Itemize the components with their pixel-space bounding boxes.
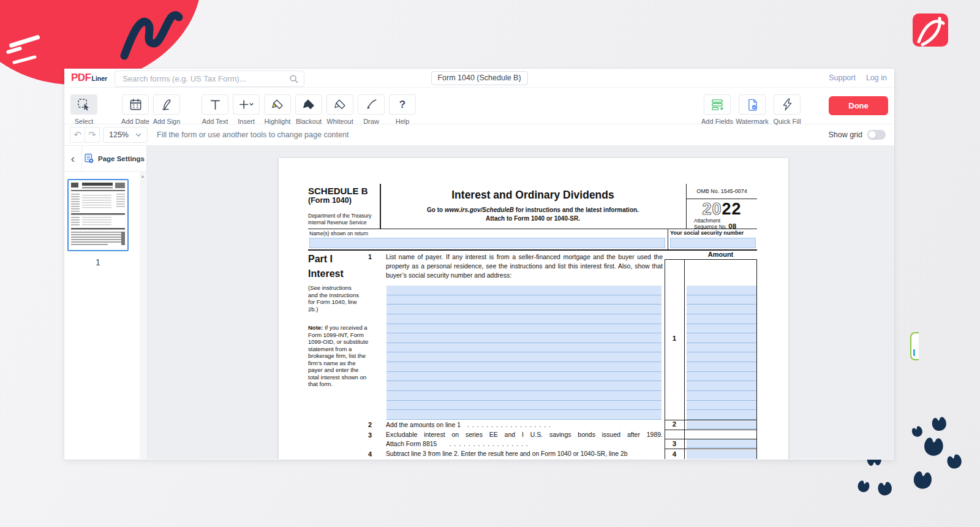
- main-toolbar: Select Add Date Add Sign: [64, 88, 894, 124]
- whiteout-button[interactable]: Whiteout: [326, 94, 354, 125]
- form-goto-line: Go to www.irs.gov/ScheduleB for instruct…: [380, 207, 685, 213]
- amount-input-row[interactable]: [687, 333, 756, 343]
- tool-label: Add Date: [121, 118, 149, 125]
- payer-input-row[interactable]: [386, 286, 662, 295]
- payer-input-row[interactable]: [386, 343, 662, 353]
- tool-label: Watermark: [736, 118, 768, 125]
- form-1099-note: Note: If you received a Form 1099-INT, F…: [308, 324, 371, 388]
- whiteout-marker-icon: [334, 98, 347, 111]
- omb-number: OMB No. 1545-0074: [687, 188, 757, 194]
- search-input[interactable]: [115, 70, 304, 87]
- redo-button[interactable]: ↷: [85, 127, 100, 143]
- watermark-doc-icon: [746, 98, 759, 111]
- payer-input-row[interactable]: [386, 391, 662, 401]
- payer-input-row[interactable]: [386, 362, 662, 372]
- line3-number: 3: [368, 431, 372, 439]
- page-number-label: 1: [67, 257, 129, 267]
- payer-input-row[interactable]: [386, 295, 662, 305]
- chevron-down-icon: [135, 133, 141, 137]
- tool-label: Add Fields: [701, 118, 733, 125]
- line2-number: 2: [368, 421, 372, 428]
- done-button[interactable]: Done: [829, 96, 888, 115]
- amount-input-row[interactable]: [687, 305, 756, 314]
- select-tool-button[interactable]: Select: [70, 94, 98, 125]
- highlight-button[interactable]: Highlight: [263, 94, 292, 125]
- document-canvas: SCHEDULE B (Form 1040) Department of the…: [147, 146, 894, 459]
- tool-label: Help: [396, 118, 410, 125]
- payer-input-row[interactable]: [386, 401, 662, 411]
- amount-input-row[interactable]: [687, 295, 756, 305]
- line4-box-number: 4: [665, 450, 684, 458]
- watermark-button[interactable]: Watermark: [738, 94, 766, 125]
- undo-button[interactable]: ↶: [70, 127, 85, 143]
- add-date-button[interactable]: Add Date: [121, 94, 149, 125]
- amount-input-row[interactable]: [687, 324, 756, 334]
- pdfliner-app-icon: [913, 13, 948, 47]
- sidebar-scrollbar[interactable]: ▲: [140, 172, 146, 459]
- amount-input-row[interactable]: [687, 362, 756, 372]
- support-link[interactable]: Support: [829, 74, 856, 82]
- page-settings-label: Page Settings: [98, 155, 145, 162]
- amount-input-row[interactable]: [687, 314, 756, 324]
- ssn-input-field[interactable]: [670, 238, 756, 248]
- add-fields-button[interactable]: Add Fields: [703, 94, 731, 125]
- amount-input-row[interactable]: [687, 381, 756, 391]
- insert-button[interactable]: Insert: [232, 94, 260, 125]
- line2-amount-field[interactable]: [687, 421, 756, 429]
- page-settings-tab[interactable]: Page Settings: [81, 146, 146, 171]
- amount-input-row[interactable]: [687, 343, 756, 353]
- amount-input-row[interactable]: [687, 352, 756, 362]
- payer-input-row[interactable]: [386, 381, 662, 391]
- payer-input-row[interactable]: [386, 324, 662, 334]
- payer-input-row[interactable]: [386, 372, 662, 382]
- line4-text: Subtract line 3 from line 2. Enter the r…: [386, 450, 665, 457]
- zoom-select[interactable]: 125%: [103, 127, 148, 143]
- line1-box-number: 1: [665, 335, 684, 342]
- payer-input-row[interactable]: [386, 410, 662, 420]
- pdfliner-app-window: PDF Liner Form 1040 (Schedule B) Support…: [64, 69, 894, 460]
- draw-pen-icon: [365, 98, 378, 111]
- scroll-up-arrow[interactable]: ▲: [140, 172, 146, 178]
- plus-chevron-icon: [238, 98, 254, 111]
- show-grid-toggle[interactable]: [867, 130, 886, 140]
- form-schedule-title: SCHEDULE B: [308, 186, 368, 196]
- tool-label: Whiteout: [326, 118, 353, 125]
- ssn-label: Your social security number: [670, 230, 744, 236]
- page-thumbnail-1[interactable]: [67, 179, 129, 251]
- line4-amount-field[interactable]: [687, 450, 756, 459]
- line2-text: Add the amounts on line 1 . . . . . . . …: [386, 421, 663, 428]
- form-year: 2022: [687, 200, 757, 219]
- show-grid-label: Show grid: [828, 131, 862, 139]
- payer-input-row[interactable]: [386, 352, 662, 362]
- interest-heading: Interest: [308, 268, 344, 279]
- help-button[interactable]: ? Help: [388, 94, 417, 125]
- line3-text-1: Excludable interest on series EE and I U…: [386, 431, 663, 438]
- amount-input-row[interactable]: [687, 401, 756, 411]
- amount-input-row[interactable]: [687, 286, 756, 295]
- side-widget-handle[interactable]: [910, 332, 919, 360]
- line3-amount-field[interactable]: [687, 439, 756, 448]
- draw-button[interactable]: Draw: [357, 94, 385, 125]
- pdfliner-logo[interactable]: PDF Liner: [64, 72, 115, 84]
- payer-input-row[interactable]: [386, 305, 662, 314]
- amount-input-row[interactable]: [687, 410, 756, 420]
- payer-input-row[interactable]: [386, 333, 662, 343]
- login-link[interactable]: Log in: [866, 74, 887, 82]
- line2-box-number: 2: [665, 420, 684, 428]
- amount-input-row[interactable]: [687, 391, 756, 401]
- blackout-button[interactable]: Blackout: [295, 94, 323, 125]
- line1-instructions: List name of payer. If any interest is f…: [386, 252, 663, 279]
- add-text-button[interactable]: Add Text: [201, 94, 229, 125]
- signature-pen-icon: [160, 98, 173, 111]
- add-sign-button[interactable]: Add Sign: [153, 94, 181, 125]
- select-cursor-icon: [77, 98, 91, 112]
- amount-column-header: Amount: [684, 251, 757, 258]
- tool-label: Quick Fill: [773, 118, 801, 125]
- sidebar-collapse-button[interactable]: ‹: [64, 146, 81, 171]
- search-icon[interactable]: [288, 74, 299, 84]
- name-input-field[interactable]: [309, 238, 665, 248]
- tool-label: Add Text: [202, 118, 228, 125]
- amount-input-row[interactable]: [687, 372, 756, 382]
- quick-fill-button[interactable]: Quick Fill: [773, 94, 801, 125]
- payer-input-row[interactable]: [386, 314, 662, 324]
